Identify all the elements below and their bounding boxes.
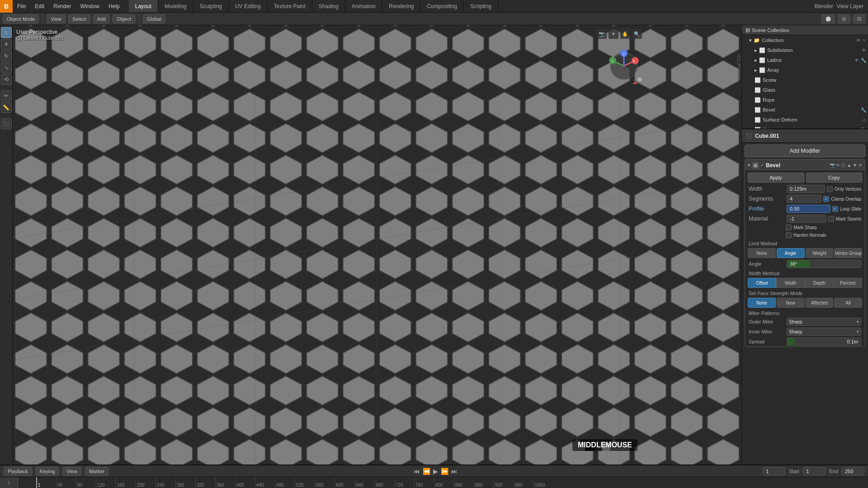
- width-offset[interactable]: Offset: [748, 278, 776, 288]
- ruler-640[interactable]: 640: [354, 477, 374, 488]
- file-menu[interactable]: File: [13, 0, 30, 12]
- object-btn[interactable]: Object: [113, 14, 135, 23]
- outliner-row-array[interactable]: ▸ ⬜ Array: [742, 65, 868, 75]
- jump-start-btn[interactable]: ⏮: [414, 468, 420, 475]
- window-menu[interactable]: Window: [75, 0, 104, 12]
- tab-sculpting[interactable]: Sculpting: [193, 0, 229, 12]
- ruler-440[interactable]: 440: [255, 477, 275, 488]
- fs-new[interactable]: New: [777, 298, 805, 308]
- transform-tool[interactable]: ⟲: [1, 74, 12, 85]
- add-btn[interactable]: Add: [93, 14, 110, 23]
- overlay-btn[interactable]: ◎: [838, 14, 850, 23]
- move-tool[interactable]: ✛: [1, 39, 12, 50]
- play-btn[interactable]: ▶: [433, 468, 438, 475]
- width-percent[interactable]: Percent: [834, 278, 862, 288]
- ruler-480[interactable]: 480: [275, 477, 295, 488]
- mod-enable-check[interactable]: ✓: [760, 163, 764, 168]
- outliner-row-surface-deform[interactable]: ⬜ Surface Deform ⚠: [742, 115, 868, 125]
- ruler-280[interactable]: 280: [175, 477, 195, 488]
- mod-up-icon[interactable]: ▲: [847, 163, 851, 168]
- ruler-320[interactable]: 320: [195, 477, 215, 488]
- mod-cage-icon[interactable]: ⬡: [841, 163, 845, 168]
- view-btn[interactable]: View: [47, 14, 66, 23]
- scale-tool[interactable]: ⤡: [1, 62, 12, 73]
- ruler-400[interactable]: 400: [235, 477, 255, 488]
- mark-sharp-check[interactable]: [786, 225, 792, 230]
- help-menu[interactable]: Help: [104, 0, 124, 12]
- tab-compositing[interactable]: Compositing: [420, 0, 464, 12]
- shortcut-vr-label[interactable]: Shortcut VUr: [736, 54, 741, 80]
- loop-slide-check[interactable]: ✓: [832, 206, 838, 212]
- render-menu[interactable]: Render: [49, 0, 75, 12]
- jump-end-btn[interactable]: ⏭: [451, 468, 458, 475]
- limit-vertex-group[interactable]: Vertex Group: [834, 248, 862, 258]
- tab-layout[interactable]: Layout: [129, 0, 158, 12]
- segments-input[interactable]: 4: [787, 195, 821, 203]
- next-keyframe-btn[interactable]: ⏩: [441, 468, 448, 475]
- mod-close-icon[interactable]: ✕: [859, 163, 862, 168]
- vis-cursor[interactable]: ↖: [863, 38, 866, 43]
- limit-weight[interactable]: Weight: [806, 248, 834, 258]
- ruler-120[interactable]: 120: [96, 477, 116, 488]
- tab-animation[interactable]: Animation: [345, 0, 382, 12]
- add-modifier-btn[interactable]: Add Modifier: [745, 145, 865, 157]
- limit-angle[interactable]: Angle: [777, 248, 805, 258]
- ruler-80[interactable]: 80: [76, 477, 96, 488]
- add-cube-tool[interactable]: ⬛: [1, 118, 12, 129]
- ruler-240[interactable]: 240: [156, 477, 175, 488]
- ruler-840[interactable]: 840: [454, 477, 474, 488]
- tab-modeling[interactable]: Modeling: [158, 0, 193, 12]
- only-vertices-check[interactable]: [827, 186, 833, 192]
- ruler-600[interactable]: 600: [335, 477, 354, 488]
- end-frame[interactable]: 250: [842, 467, 864, 475]
- apply-button[interactable]: Apply: [748, 173, 804, 183]
- frame-ruler[interactable]: 1 1 40 80 120 160 200 240 280 320 360 40…: [0, 477, 868, 488]
- mark-seams-check[interactable]: [828, 216, 834, 222]
- ruler-720[interactable]: 720: [394, 477, 414, 488]
- viewport-move-icon[interactable]: ✋: [620, 29, 630, 39]
- bevel-vis-icon[interactable]: 🔧: [861, 108, 866, 113]
- marker-menu[interactable]: Marker: [85, 467, 108, 476]
- fs-none[interactable]: None: [748, 298, 776, 308]
- width-input[interactable]: 0.129m: [787, 185, 825, 193]
- ruler-200[interactable]: 200: [136, 477, 156, 488]
- viewport-camera-icon[interactable]: 📷: [597, 29, 607, 39]
- angle-input[interactable]: 38°: [787, 260, 861, 268]
- viewport-shading-btn[interactable]: ⬤: [821, 14, 835, 23]
- tab-shading[interactable]: Shading: [312, 0, 345, 12]
- annotate-tool[interactable]: ✏: [1, 90, 12, 101]
- tab-scripting[interactable]: Scripting: [464, 0, 498, 12]
- mod-edit-icon[interactable]: ✏: [836, 163, 840, 168]
- outliner-row-skin[interactable]: ⬜ Skin 🔧: [742, 125, 868, 129]
- clamp-overlap-check[interactable]: ✓: [823, 196, 829, 202]
- tab-uv-editing[interactable]: UV Editing: [229, 0, 268, 12]
- edit-menu[interactable]: Edit: [30, 0, 49, 12]
- limit-none[interactable]: None: [748, 248, 776, 258]
- object-mode-btn[interactable]: Object Mode: [3, 14, 39, 23]
- ruler-920[interactable]: 920: [494, 477, 514, 488]
- copy-button[interactable]: Copy: [806, 173, 863, 183]
- ruler-680[interactable]: 680: [374, 477, 394, 488]
- harden-normals-check[interactable]: [786, 232, 792, 238]
- ruler-520[interactable]: 520: [295, 477, 315, 488]
- ruler-1[interactable]: 1: [36, 477, 56, 488]
- outliner-row-rope[interactable]: ⬜ Rope: [742, 95, 868, 105]
- vis-eye[interactable]: 👁: [856, 38, 861, 43]
- lattice-vis-cam[interactable]: 🔧: [861, 58, 866, 63]
- ruler-160[interactable]: 160: [116, 477, 136, 488]
- outliner-row-lattice[interactable]: ▸ ⬜ Lattice 👁 🔧: [742, 55, 868, 65]
- mod-render-icon[interactable]: 📷: [830, 163, 835, 168]
- outer-miter-select[interactable]: Sharp: [787, 318, 861, 326]
- ruler-40[interactable]: 40: [56, 477, 76, 488]
- lattice-vis-eye[interactable]: 👁: [854, 58, 859, 63]
- measure-tool[interactable]: 📏: [1, 102, 12, 113]
- profile-input[interactable]: 0.50: [787, 205, 830, 213]
- fs-affected[interactable]: Affected: [806, 298, 834, 308]
- material-input[interactable]: -1: [787, 215, 826, 223]
- ruler-960[interactable]: 960: [514, 477, 533, 488]
- outliner-row-screw[interactable]: ⬜ Screw: [742, 75, 868, 85]
- fs-all[interactable]: All: [834, 298, 862, 308]
- select-tool[interactable]: ↖: [1, 27, 12, 38]
- mod-down-icon[interactable]: ▼: [853, 163, 857, 168]
- sd-vis-icon[interactable]: ⚠: [862, 117, 866, 122]
